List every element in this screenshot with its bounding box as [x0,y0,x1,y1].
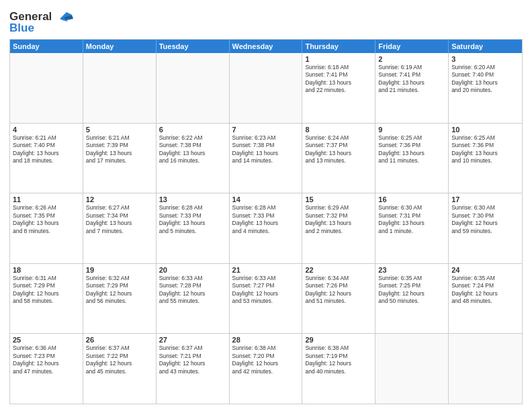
day-number: 3 [451,55,519,63]
header-day-friday: Friday [375,40,449,53]
day-info: Sunrise: 6:38 AM Sunset: 7:20 PM Dayligh… [232,345,300,375]
day-number: 13 [159,195,226,203]
calendar-body: 1Sunrise: 6:18 AM Sunset: 7:41 PM Daylig… [10,53,522,404]
calendar-cell: 11Sunrise: 6:26 AM Sunset: 7:35 PM Dayli… [10,193,83,263]
calendar-cell: 8Sunrise: 6:24 AM Sunset: 7:37 PM Daylig… [302,124,375,193]
calendar-cell: 21Sunrise: 6:33 AM Sunset: 7:27 PM Dayli… [230,264,303,334]
calendar: SundayMondayTuesdayWednesdayThursdayFrid… [9,39,523,404]
calendar-cell [157,53,230,123]
day-info: Sunrise: 6:32 AM Sunset: 7:29 PM Dayligh… [86,275,153,306]
day-info: Sunrise: 6:22 AM Sunset: 7:38 PM Dayligh… [159,134,226,165]
day-number: 17 [451,195,519,203]
day-number: 10 [451,126,519,134]
day-number: 20 [159,266,226,274]
calendar-cell [10,53,83,123]
header-day-tuesday: Tuesday [157,40,230,53]
day-info: Sunrise: 6:30 AM Sunset: 7:31 PM Dayligh… [378,204,445,235]
day-number: 21 [232,266,300,274]
day-info: Sunrise: 6:28 AM Sunset: 7:33 PM Dayligh… [232,204,300,235]
header-day-thursday: Thursday [302,40,375,53]
day-info: Sunrise: 6:37 AM Sunset: 7:21 PM Dayligh… [159,345,226,375]
day-info: Sunrise: 6:36 AM Sunset: 7:23 PM Dayligh… [13,345,80,375]
day-info: Sunrise: 6:35 AM Sunset: 7:24 PM Dayligh… [451,275,519,306]
page: General Blue SundayMondayTuesdayWednesda… [0,0,532,411]
day-info: Sunrise: 6:29 AM Sunset: 7:32 PM Dayligh… [305,204,372,235]
calendar-cell: 5Sunrise: 6:21 AM Sunset: 7:39 PM Daylig… [83,124,157,193]
day-number: 2 [378,55,445,63]
day-number: 28 [232,336,300,344]
day-info: Sunrise: 6:27 AM Sunset: 7:34 PM Dayligh… [86,204,153,235]
day-number: 29 [305,336,372,344]
day-info: Sunrise: 6:37 AM Sunset: 7:22 PM Dayligh… [86,345,153,375]
header-day-saturday: Saturday [449,40,522,53]
day-number: 15 [305,195,372,203]
day-info: Sunrise: 6:26 AM Sunset: 7:35 PM Dayligh… [13,204,80,235]
day-info: Sunrise: 6:23 AM Sunset: 7:38 PM Dayligh… [232,134,300,165]
calendar-row-1: 1Sunrise: 6:18 AM Sunset: 7:41 PM Daylig… [10,53,522,123]
day-info: Sunrise: 6:24 AM Sunset: 7:37 PM Dayligh… [305,134,372,165]
day-info: Sunrise: 6:21 AM Sunset: 7:39 PM Dayligh… [86,134,153,165]
day-number: 23 [378,266,445,274]
day-info: Sunrise: 6:33 AM Sunset: 7:27 PM Dayligh… [232,275,300,306]
calendar-cell: 26Sunrise: 6:37 AM Sunset: 7:22 PM Dayli… [83,334,157,404]
calendar-cell: 2Sunrise: 6:19 AM Sunset: 7:41 PM Daylig… [375,53,449,123]
calendar-cell: 14Sunrise: 6:28 AM Sunset: 7:33 PM Dayli… [230,193,303,263]
calendar-row-4: 18Sunrise: 6:31 AM Sunset: 7:29 PM Dayli… [10,263,522,334]
day-number: 11 [13,195,80,203]
day-number: 22 [305,266,372,274]
calendar-cell: 22Sunrise: 6:34 AM Sunset: 7:26 PM Dayli… [302,264,375,334]
day-info: Sunrise: 6:25 AM Sunset: 7:36 PM Dayligh… [378,134,445,165]
day-info: Sunrise: 6:31 AM Sunset: 7:29 PM Dayligh… [13,275,80,306]
day-number: 5 [86,126,153,134]
calendar-row-5: 25Sunrise: 6:36 AM Sunset: 7:23 PM Dayli… [10,333,522,404]
calendar-cell [375,334,449,404]
day-number: 18 [13,266,80,274]
calendar-cell: 18Sunrise: 6:31 AM Sunset: 7:29 PM Dayli… [10,264,83,334]
calendar-cell: 19Sunrise: 6:32 AM Sunset: 7:29 PM Dayli… [83,264,157,334]
calendar-cell: 23Sunrise: 6:35 AM Sunset: 7:25 PM Dayli… [375,264,449,334]
calendar-cell: 17Sunrise: 6:30 AM Sunset: 7:30 PM Dayli… [449,193,522,263]
calendar-cell: 15Sunrise: 6:29 AM Sunset: 7:32 PM Dayli… [302,193,375,263]
calendar-cell: 13Sunrise: 6:28 AM Sunset: 7:33 PM Dayli… [157,193,230,263]
day-number: 12 [86,195,153,203]
day-info: Sunrise: 6:21 AM Sunset: 7:40 PM Dayligh… [13,134,80,165]
day-info: Sunrise: 6:34 AM Sunset: 7:26 PM Dayligh… [305,275,372,306]
header-day-sunday: Sunday [10,40,83,53]
calendar-cell [230,53,303,123]
day-info: Sunrise: 6:20 AM Sunset: 7:40 PM Dayligh… [451,64,519,95]
day-number: 14 [232,195,300,203]
day-number: 6 [159,126,226,134]
calendar-header: SundayMondayTuesdayWednesdayThursdayFrid… [10,40,522,53]
calendar-cell [83,53,157,123]
calendar-cell: 16Sunrise: 6:30 AM Sunset: 7:31 PM Dayli… [375,193,449,263]
calendar-cell: 3Sunrise: 6:20 AM Sunset: 7:40 PM Daylig… [449,53,522,123]
logo-text-blue: Blue [9,21,34,35]
calendar-row-3: 11Sunrise: 6:26 AM Sunset: 7:35 PM Dayli… [10,193,522,263]
day-info: Sunrise: 6:19 AM Sunset: 7:41 PM Dayligh… [378,64,445,95]
day-number: 4 [13,126,80,134]
day-number: 27 [159,336,226,344]
day-number: 25 [13,336,80,344]
day-info: Sunrise: 6:18 AM Sunset: 7:41 PM Dayligh… [305,64,372,95]
day-number: 7 [232,126,300,134]
calendar-row-2: 4Sunrise: 6:21 AM Sunset: 7:40 PM Daylig… [10,123,522,193]
calendar-cell: 4Sunrise: 6:21 AM Sunset: 7:40 PM Daylig… [10,124,83,193]
day-info: Sunrise: 6:35 AM Sunset: 7:25 PM Dayligh… [378,275,445,306]
day-number: 1 [305,55,372,63]
day-number: 19 [86,266,153,274]
calendar-cell: 9Sunrise: 6:25 AM Sunset: 7:36 PM Daylig… [375,124,449,193]
day-info: Sunrise: 6:33 AM Sunset: 7:28 PM Dayligh… [159,275,226,306]
header-day-monday: Monday [83,40,157,53]
day-info: Sunrise: 6:25 AM Sunset: 7:36 PM Dayligh… [451,134,519,165]
day-info: Sunrise: 6:30 AM Sunset: 7:30 PM Dayligh… [451,204,519,235]
logo: General Blue [9,9,73,35]
calendar-cell: 24Sunrise: 6:35 AM Sunset: 7:24 PM Dayli… [449,264,522,334]
calendar-cell: 20Sunrise: 6:33 AM Sunset: 7:28 PM Dayli… [157,264,230,334]
logo-bird-icon [53,9,73,24]
header-day-wednesday: Wednesday [230,40,303,53]
day-number: 9 [378,126,445,134]
day-number: 26 [86,336,153,344]
calendar-cell: 28Sunrise: 6:38 AM Sunset: 7:20 PM Dayli… [230,334,303,404]
day-info: Sunrise: 6:38 AM Sunset: 7:19 PM Dayligh… [305,345,372,375]
day-info: Sunrise: 6:28 AM Sunset: 7:33 PM Dayligh… [159,204,226,235]
